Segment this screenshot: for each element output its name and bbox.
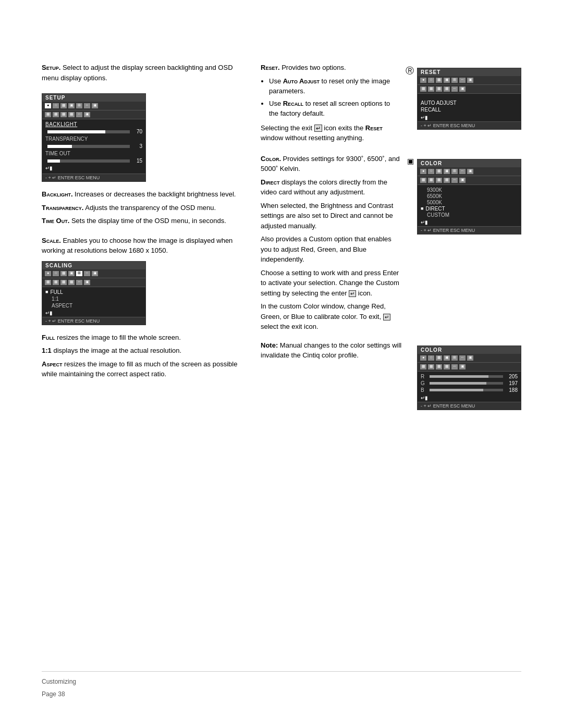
osd-scaling-item-aspect: ASPECT [45,303,142,309]
reset-word: Reset [365,124,383,132]
reset-title: Reset. [261,64,280,71]
page-footer: Customizing Page 38 [42,671,521,702]
osd-scaling-item-1-1: 1:1 [45,296,142,302]
osd-6500k-label: 6500K [427,193,442,199]
reset-r-icon: Ⓡ [406,66,414,77]
osd-setup-exit-row: ↵▮ [45,165,142,171]
page-container: Setup. Select to adjust the display scre… [0,0,563,728]
osd-reset-body: AUTO ADJUST RECALL ↵▮ [418,94,521,121]
osd-timeout-label: TIME OUT [45,151,70,156]
osd-9300k-label: 9300K [427,187,442,193]
osd-timeout-bar [47,159,130,163]
osd-sc-r2-5: ↔ [76,280,82,285]
osd-color2-footer-text: - + ↵ ENTER ESC MENU [421,403,475,409]
reset-osd-with-icon: Ⓡ RESET ● ☆ ▦ ▣ ⊞ ↔ ▣ [406,63,521,137]
osd-color1-title: COLOR [418,159,521,167]
osd-c1-i6: ↔ [459,169,466,174]
osd-transparency-row: TRANSPARENCY [45,136,142,142]
one-one-title: 1:1 [42,347,52,354]
footer-customizing: Customizing [42,677,521,686]
osd-c2-i3: ▦ [436,355,442,361]
osd-res-r2-1: ▦ [420,87,426,92]
osd-backlight-label: BACKLIGHT [45,121,77,127]
osd-sc-icon-3: ▦ [60,271,67,276]
one-one-para: 1:1 displays the image at the actual res… [42,346,240,356]
osd-sc-icon-1: ● [45,271,51,276]
color-text-part: Color. Provides settings for 9300˚, 6500… [261,154,401,335]
osd-icon-r2-5: ↔ [76,112,82,117]
backlight-para: Backlight. Increases or decreases the ba… [42,189,240,200]
full-para: Full resizes the image to fill the whole… [42,332,240,343]
custom-para: Also provides a Custom option that enabl… [261,234,401,265]
osd-c2-i2: ☆ [428,355,434,361]
osd-c1-icons-row2: ▦ ▦ ▦ ▦ ↔ ▣ [418,176,521,185]
setup-title-para: Setup. Select to adjust the display scre… [42,63,240,83]
reset-text-part: Reset. Provides two options. Use Auto Ad… [261,63,399,146]
color-osd2-row: Note: Manual changes to the color settin… [261,340,521,417]
reset-title-para: Reset. Provides two options. [261,63,399,73]
osd-g-fill [430,382,486,385]
osd-c1-r2-1: ▦ [420,178,426,183]
osd-c2-r2-6: ▣ [459,364,466,369]
osd-c1-exit: ↵▮ [421,219,518,225]
osd-c2-icons-row2: ▦ ▦ ▦ ▦ ↔ ▣ [418,363,521,372]
reset-osd-part: Ⓡ RESET ● ☆ ▦ ▣ ⊞ ↔ ▣ [406,63,521,137]
selecting-exit-para: Selecting the exit ↵ icon exits the Rese… [261,123,399,143]
color-note-part: Note: Manual changes to the color settin… [261,340,411,364]
osd-g-value: 197 [505,380,518,386]
transparency-desc: Adjusts the transparency of the OSD menu… [83,204,216,212]
osd-reset-footer: - + ↵ ENTER ESC MENU [418,121,521,129]
reset-bullet-2: Use Recall to reset all screen options t… [269,98,399,119]
osd-recall-label: RECALL [421,107,441,113]
osd-sc-icon-5: ⊞ [76,271,82,276]
osd-sc-r2-4: ▦ [68,280,75,285]
osd-color2-footer: - + ↵ ENTER ESC MENU [418,402,521,410]
custom-rest: select the exit icon. [261,323,319,330]
osd-scaling-exit: ↵▮ [45,310,142,316]
setup-section: Setup. Select to adjust the display scre… [42,63,240,226]
osd-res-i6: ↔ [459,78,466,83]
osd-c2-i7: ▣ [467,355,473,361]
color-osd2-part: COLOR ● ☆ ▦ ▣ ⊞ ↔ ▣ ▦ [417,340,521,417]
osd-color1-footer: - + ↵ ENTER ESC MENU [418,226,521,234]
backlight-desc: Increases or decreases the backlight bri… [73,190,236,198]
osd-scaling-footer-text: - + ↵ ENTER ESC MENU [45,318,100,324]
selecting-exit-text: Selecting the exit [261,124,312,132]
osd-c2-i6: ↔ [459,355,466,361]
osd-b-row: B 188 [421,387,518,393]
choose-rest: icon. [358,289,372,297]
osd-sc-r2-6: ▣ [84,280,90,285]
osd-c2-exit-icon: ↵▮ [421,395,428,401]
osd-reset-footer-text: - + ↵ ENTER ESC MENU [421,123,475,128]
osd-sc-icon-4: ▣ [68,271,75,276]
osd-c2-r2-5: ↔ [451,364,458,369]
osd-c1-r2-3: ▦ [436,178,442,183]
main-content: Setup. Select to adjust the display scre… [42,63,521,425]
osd-c2-i4: ▣ [444,355,450,361]
osd-setup-footer: - + ↵ ENTER ESC MENU [42,174,145,181]
custom-window-text: In the custom Color window, change Red, … [261,302,386,320]
osd-icon-2: ☆ [53,103,59,108]
osd-transparency-bar [47,145,130,148]
osd-custom-item: CUSTOM [421,212,518,218]
osd-setup-box: SETUP ● ☆ ▦ ▣ ⊞ ↔ ▣ ▦ ▦ ▦ ▦ [42,93,146,182]
osd-icon-6: ↔ [84,103,90,108]
osd-backlight-bar-row: 70 [45,129,142,134]
choose-para: Choose a setting to work with and press … [261,268,401,299]
osd-g-bar [430,382,503,385]
osd-r-bar [430,375,503,378]
osd-c2-r2-1: ▦ [420,364,426,369]
osd-c1-i5: ⊞ [451,169,458,174]
osd-sc-icon-2: ☆ [53,271,59,276]
osd-transparency-label: TRANSPARENCY [45,136,88,142]
osd-res-i4: ▣ [444,78,450,83]
osd-icon-r2-2: ▦ [53,112,59,117]
osd-c1-i7: ▣ [467,169,473,174]
osd-transparency-fill [47,145,72,148]
osd-timeout-bar-row: 15 [45,158,142,164]
aspect-title: Aspect [42,360,62,368]
reset-bullet-list: Use Auto Adjust to reset only the image … [269,76,399,119]
osd-aspect-label: ASPECT [52,303,72,309]
osd-scaling-box: SCALING ● ☆ ▦ ▣ ⊞ ↔ ▣ ▦ ▦ ▦ ▦ [42,261,146,325]
osd-res-r2-2: ▦ [428,87,434,92]
